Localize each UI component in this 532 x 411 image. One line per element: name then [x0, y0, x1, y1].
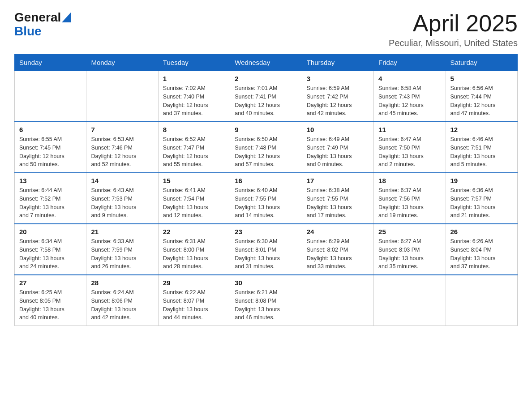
- calendar-cell: 7Sunrise: 6:53 AM Sunset: 7:46 PM Daylig…: [86, 122, 158, 173]
- day-number: 20: [19, 228, 82, 235]
- calendar-cell: 11Sunrise: 6:47 AM Sunset: 7:50 PM Dayli…: [374, 122, 446, 173]
- day-number: 18: [378, 177, 441, 184]
- calendar-cell: [86, 71, 158, 122]
- day-info: Sunrise: 6:24 AM Sunset: 8:06 PM Dayligh…: [91, 288, 153, 322]
- day-info: Sunrise: 6:34 AM Sunset: 7:58 PM Dayligh…: [19, 237, 82, 271]
- calendar-cell: 13Sunrise: 6:44 AM Sunset: 7:52 PM Dayli…: [15, 173, 86, 224]
- weekday-header-friday: Friday: [374, 54, 446, 71]
- page-title: April 2025: [389, 11, 518, 36]
- calendar-cell: 18Sunrise: 6:37 AM Sunset: 7:56 PM Dayli…: [374, 173, 446, 224]
- day-number: 4: [378, 75, 441, 82]
- day-info: Sunrise: 6:40 AM Sunset: 7:55 PM Dayligh…: [235, 186, 297, 220]
- calendar-cell: 28Sunrise: 6:24 AM Sunset: 8:06 PM Dayli…: [86, 275, 158, 326]
- page-subtitle: Peculiar, Missouri, United States: [389, 38, 518, 48]
- calendar-cell: 29Sunrise: 6:22 AM Sunset: 8:07 PM Dayli…: [158, 275, 230, 326]
- day-number: 16: [235, 177, 297, 184]
- calendar-week-row: 20Sunrise: 6:34 AM Sunset: 7:58 PM Dayli…: [15, 224, 518, 275]
- calendar-cell: 10Sunrise: 6:49 AM Sunset: 7:49 PM Dayli…: [302, 122, 373, 173]
- calendar-cell: 1Sunrise: 7:02 AM Sunset: 7:40 PM Daylig…: [158, 71, 230, 122]
- day-info: Sunrise: 6:22 AM Sunset: 8:07 PM Dayligh…: [163, 288, 225, 322]
- calendar-cell: 22Sunrise: 6:31 AM Sunset: 8:00 PM Dayli…: [158, 224, 230, 275]
- logo-general: General: [14, 11, 61, 25]
- day-info: Sunrise: 6:55 AM Sunset: 7:45 PM Dayligh…: [19, 135, 82, 169]
- day-number: 1: [163, 75, 225, 82]
- calendar-cell: 19Sunrise: 6:36 AM Sunset: 7:57 PM Dayli…: [446, 173, 517, 224]
- calendar-table: SundayMondayTuesdayWednesdayThursdayFrid…: [14, 54, 518, 326]
- calendar-cell: 9Sunrise: 6:50 AM Sunset: 7:48 PM Daylig…: [230, 122, 302, 173]
- day-number: 28: [91, 279, 153, 287]
- weekday-header-wednesday: Wednesday: [230, 54, 302, 71]
- title-block: April 2025 Peculiar, Missouri, United St…: [389, 11, 518, 48]
- calendar-cell: 30Sunrise: 6:21 AM Sunset: 8:08 PM Dayli…: [230, 275, 302, 326]
- day-number: 15: [163, 177, 225, 184]
- day-info: Sunrise: 6:27 AM Sunset: 8:03 PM Dayligh…: [378, 237, 441, 271]
- day-info: Sunrise: 6:30 AM Sunset: 8:01 PM Dayligh…: [235, 237, 297, 271]
- calendar-cell: 12Sunrise: 6:46 AM Sunset: 7:51 PM Dayli…: [446, 122, 517, 173]
- day-number: 9: [235, 126, 297, 133]
- day-number: 30: [235, 279, 297, 287]
- day-number: 13: [19, 177, 82, 184]
- calendar-cell: 25Sunrise: 6:27 AM Sunset: 8:03 PM Dayli…: [374, 224, 446, 275]
- logo-blue: Blue: [14, 25, 42, 39]
- calendar-week-row: 6Sunrise: 6:55 AM Sunset: 7:45 PM Daylig…: [15, 122, 518, 173]
- day-info: Sunrise: 6:44 AM Sunset: 7:52 PM Dayligh…: [19, 186, 82, 220]
- day-number: 7: [91, 126, 153, 133]
- day-number: 24: [307, 228, 369, 235]
- calendar-cell: [302, 275, 373, 326]
- calendar-week-row: 13Sunrise: 6:44 AM Sunset: 7:52 PM Dayli…: [15, 173, 518, 224]
- calendar-cell: [15, 71, 86, 122]
- weekday-header-tuesday: Tuesday: [158, 54, 230, 71]
- calendar-cell: 16Sunrise: 6:40 AM Sunset: 7:55 PM Dayli…: [230, 173, 302, 224]
- calendar-cell: 8Sunrise: 6:52 AM Sunset: 7:47 PM Daylig…: [158, 122, 230, 173]
- day-info: Sunrise: 6:38 AM Sunset: 7:55 PM Dayligh…: [307, 186, 369, 220]
- calendar-cell: 14Sunrise: 6:43 AM Sunset: 7:53 PM Dayli…: [86, 173, 158, 224]
- day-number: 5: [450, 75, 513, 82]
- day-info: Sunrise: 6:53 AM Sunset: 7:46 PM Dayligh…: [91, 135, 153, 169]
- calendar-cell: 21Sunrise: 6:33 AM Sunset: 7:59 PM Dayli…: [86, 224, 158, 275]
- calendar-week-row: 1Sunrise: 7:02 AM Sunset: 7:40 PM Daylig…: [15, 71, 518, 122]
- day-number: 11: [378, 126, 441, 133]
- weekday-header-row: SundayMondayTuesdayWednesdayThursdayFrid…: [15, 54, 518, 71]
- day-info: Sunrise: 6:33 AM Sunset: 7:59 PM Dayligh…: [91, 237, 153, 271]
- day-info: Sunrise: 6:56 AM Sunset: 7:44 PM Dayligh…: [450, 84, 513, 118]
- page-header: General Blue April 2025 Peculiar, Missou…: [14, 11, 518, 48]
- day-number: 17: [307, 177, 369, 184]
- day-info: Sunrise: 6:49 AM Sunset: 7:49 PM Dayligh…: [307, 135, 369, 169]
- calendar-cell: 23Sunrise: 6:30 AM Sunset: 8:01 PM Dayli…: [230, 224, 302, 275]
- day-number: 2: [235, 75, 297, 82]
- day-number: 29: [163, 279, 225, 287]
- day-info: Sunrise: 6:31 AM Sunset: 8:00 PM Dayligh…: [163, 237, 225, 271]
- calendar-cell: 17Sunrise: 6:38 AM Sunset: 7:55 PM Dayli…: [302, 173, 373, 224]
- calendar-cell: 6Sunrise: 6:55 AM Sunset: 7:45 PM Daylig…: [15, 122, 86, 173]
- day-number: 10: [307, 126, 369, 133]
- day-number: 19: [450, 177, 513, 184]
- day-number: 22: [163, 228, 225, 235]
- day-number: 27: [19, 279, 82, 287]
- calendar-cell: 4Sunrise: 6:58 AM Sunset: 7:43 PM Daylig…: [374, 71, 446, 122]
- day-info: Sunrise: 6:50 AM Sunset: 7:48 PM Dayligh…: [235, 135, 297, 169]
- day-info: Sunrise: 6:59 AM Sunset: 7:42 PM Dayligh…: [307, 84, 369, 118]
- calendar-cell: 20Sunrise: 6:34 AM Sunset: 7:58 PM Dayli…: [15, 224, 86, 275]
- weekday-header-thursday: Thursday: [302, 54, 373, 71]
- calendar-cell: 15Sunrise: 6:41 AM Sunset: 7:54 PM Dayli…: [158, 173, 230, 224]
- day-info: Sunrise: 6:26 AM Sunset: 8:04 PM Dayligh…: [450, 237, 513, 271]
- day-number: 3: [307, 75, 369, 82]
- day-number: 8: [163, 126, 225, 133]
- calendar-week-row: 27Sunrise: 6:25 AM Sunset: 8:05 PM Dayli…: [15, 275, 518, 326]
- day-info: Sunrise: 6:47 AM Sunset: 7:50 PM Dayligh…: [378, 135, 441, 169]
- day-info: Sunrise: 6:21 AM Sunset: 8:08 PM Dayligh…: [235, 288, 297, 322]
- svg-marker-0: [62, 13, 71, 22]
- calendar-cell: [446, 275, 517, 326]
- calendar-cell: 3Sunrise: 6:59 AM Sunset: 7:42 PM Daylig…: [302, 71, 373, 122]
- weekday-header-monday: Monday: [86, 54, 158, 71]
- day-number: 26: [450, 228, 513, 235]
- day-info: Sunrise: 7:02 AM Sunset: 7:40 PM Dayligh…: [163, 84, 225, 118]
- day-info: Sunrise: 6:43 AM Sunset: 7:53 PM Dayligh…: [91, 186, 153, 220]
- day-info: Sunrise: 6:52 AM Sunset: 7:47 PM Dayligh…: [163, 135, 225, 169]
- day-number: 23: [235, 228, 297, 235]
- day-info: Sunrise: 6:29 AM Sunset: 8:02 PM Dayligh…: [307, 237, 369, 271]
- day-number: 21: [91, 228, 153, 235]
- day-info: Sunrise: 6:25 AM Sunset: 8:05 PM Dayligh…: [19, 288, 82, 322]
- day-number: 12: [450, 126, 513, 133]
- calendar-cell: 24Sunrise: 6:29 AM Sunset: 8:02 PM Dayli…: [302, 224, 373, 275]
